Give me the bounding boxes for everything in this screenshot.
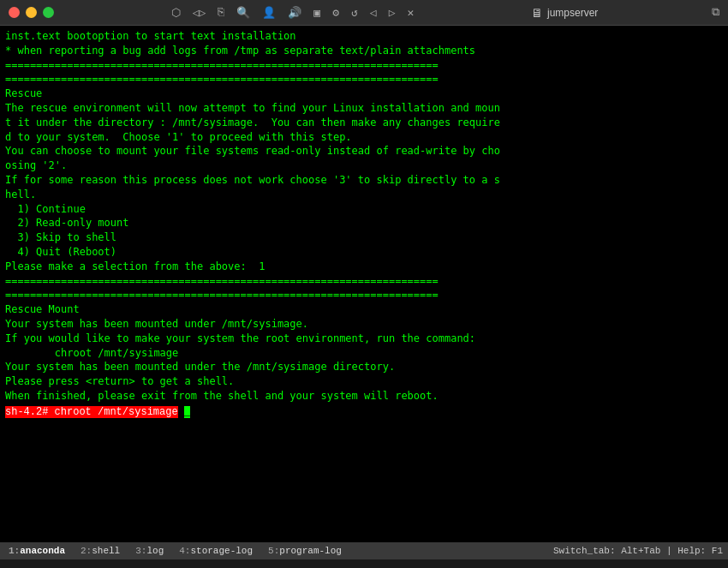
toolbar-icons: ⬡ ◁▷ ⎘ 🔍 👤 🔊 ▣ ⚙ ↺ ◁ ▷ ✕	[168, 4, 418, 21]
status-tab-log[interactable]: 3:log	[132, 546, 167, 556]
copy-icon[interactable]: ⎘	[214, 4, 228, 21]
status-right: Switch_tab: Alt+Tab | Help: F1	[553, 546, 723, 556]
window-title: 🖥 jumpserver	[531, 6, 598, 20]
window-collapse-button[interactable]: ⧉	[712, 6, 719, 19]
maximize-button[interactable]	[43, 7, 54, 18]
titlebar: ⬡ ◁▷ ⎘ 🔍 👤 🔊 ▣ ⚙ ↺ ◁ ▷ ✕ 🖥 jumpserver ⧉	[0, 0, 728, 26]
terminal-icon: 🖥	[531, 6, 543, 20]
cursor-icon[interactable]: ⬡	[168, 4, 184, 21]
command-highlight: sh-4.2# chroot /mnt/sysimage	[5, 406, 178, 418]
close-x-icon[interactable]: ✕	[403, 4, 417, 21]
terminal-output: inst.text bootoption to start text insta…	[5, 29, 723, 404]
cursor-blink: _	[184, 406, 190, 418]
window-title-text: jumpserver	[547, 7, 598, 19]
statusbar: 1:anaconda 2:shell 3:log 4:storage-log 5…	[0, 542, 728, 559]
nav-next-icon[interactable]: ▷	[385, 4, 399, 21]
window-controls	[9, 7, 54, 18]
command-line: sh-4.2# chroot /mnt/sysimage _	[5, 405, 723, 420]
terminal-area[interactable]: inst.text bootoption to start text insta…	[0, 26, 728, 542]
screen-icon[interactable]: ▣	[310, 4, 324, 21]
volume-icon[interactable]: 🔊	[284, 4, 305, 21]
refresh-icon[interactable]: ↺	[348, 4, 361, 21]
status-tab-anaconda[interactable]: 1:anaconda	[5, 546, 69, 556]
status-tab-storage-log[interactable]: 4:storage-log	[176, 546, 256, 556]
person-icon[interactable]: 👤	[259, 4, 279, 21]
status-tab-shell[interactable]: 2:shell	[77, 546, 123, 556]
nav-back-icon[interactable]: ◁▷	[189, 4, 210, 21]
nav-prev-icon[interactable]: ◁	[367, 4, 380, 21]
settings-icon[interactable]: ⚙	[329, 4, 343, 21]
close-button[interactable]	[9, 7, 20, 18]
status-tabs: 1:anaconda 2:shell 3:log 4:storage-log 5…	[5, 546, 553, 556]
search-icon[interactable]: 🔍	[233, 4, 254, 21]
status-tab-program-log[interactable]: 5:program-log	[265, 546, 345, 556]
minimize-button[interactable]	[26, 7, 37, 18]
